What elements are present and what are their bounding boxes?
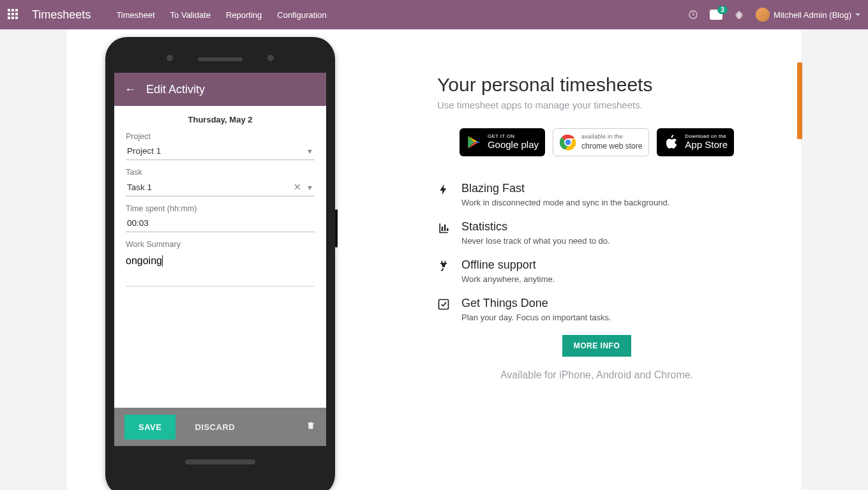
chevron-down-icon: ▼ [306, 184, 313, 191]
app-store-badge[interactable]: Download on theApp Store [657, 128, 734, 156]
time-label: Time spent (hh:mm) [126, 204, 315, 213]
nav-menu: Timesheet To Validate Reporting Configur… [116, 10, 326, 20]
app-header: ← Edit Activity [114, 73, 326, 106]
check-square-icon [437, 298, 450, 311]
button-bar: SAVE DISCARD [114, 408, 326, 446]
app-title: Edit Activity [146, 83, 205, 96]
feature-statistics: StatisticsNever lose track of what you n… [437, 220, 756, 246]
task-select[interactable]: Task 1 ✕▼ [126, 177, 315, 197]
phone-mockup: ← Edit Activity Thursday, May 2 Project … [105, 37, 335, 490]
project-value: Project 1 [127, 146, 161, 156]
summary-input[interactable]: ongoing [126, 255, 162, 266]
feature-blazing-fast: Blazing FastWork in disconnected mode an… [437, 182, 756, 207]
messages-badge: 3 [717, 6, 728, 14]
back-arrow-icon[interactable]: ← [124, 83, 136, 96]
user-menu[interactable]: Mitchell Admin (Blog) [756, 8, 860, 22]
nav-timesheet[interactable]: Timesheet [116, 10, 154, 20]
summary-label: Work Summary [126, 240, 315, 249]
task-label: Task [126, 168, 315, 177]
messages-icon[interactable]: 3 [710, 10, 722, 20]
avatar [756, 8, 770, 22]
plug-icon [437, 260, 450, 272]
nav-configuration[interactable]: Configuration [277, 10, 326, 20]
apps-icon[interactable] [8, 9, 19, 20]
chrome-store-badge[interactable]: available in thechrome web store [553, 128, 649, 156]
user-name: Mitchell Admin (Blog) [774, 10, 851, 20]
availability-text: Available for iPhone, Android and Chrome… [437, 369, 756, 381]
svg-point-2 [565, 140, 571, 145]
chrome-icon [560, 134, 576, 151]
content-card: ← Edit Activity Thursday, May 2 Project … [67, 29, 801, 490]
bolt-icon [437, 183, 450, 196]
apple-icon [663, 134, 680, 151]
google-play-icon [466, 134, 483, 151]
discard-button[interactable]: DISCARD [188, 415, 241, 440]
bug-icon[interactable] [734, 10, 744, 20]
page-title: Your personal timesheets [437, 74, 756, 96]
nav-to-validate[interactable]: To Validate [170, 10, 211, 20]
project-select[interactable]: Project 1 ▼ [126, 141, 315, 160]
google-play-badge[interactable]: GET IT ONGoogle play [460, 128, 545, 156]
app-brand[interactable]: Timesheets [32, 8, 91, 22]
clear-icon[interactable]: ✕ [294, 182, 301, 192]
more-info-button[interactable]: MORE INFO [562, 335, 632, 357]
top-navbar: Timesheets Timesheet To Validate Reporti… [0, 0, 868, 29]
chart-icon [437, 221, 450, 234]
save-button[interactable]: SAVE [124, 415, 176, 440]
date-line: Thursday, May 2 [126, 115, 315, 124]
nav-reporting[interactable]: Reporting [226, 10, 262, 20]
chevron-down-icon: ▼ [306, 147, 313, 155]
task-value: Task 1 [127, 182, 152, 192]
clock-icon[interactable] [688, 10, 698, 20]
chevron-down-icon [855, 13, 860, 16]
svg-rect-3 [439, 300, 449, 309]
project-label: Project [126, 132, 315, 141]
feature-gtd: Get Things DonePlan your day. Focus on i… [437, 297, 756, 322]
trash-icon[interactable] [306, 420, 316, 434]
feature-offline: Offline supportWork anywhere, anytime. [437, 258, 756, 284]
page-subtitle: Use timesheet apps to manage your timesh… [437, 100, 756, 110]
time-input[interactable] [126, 213, 315, 232]
